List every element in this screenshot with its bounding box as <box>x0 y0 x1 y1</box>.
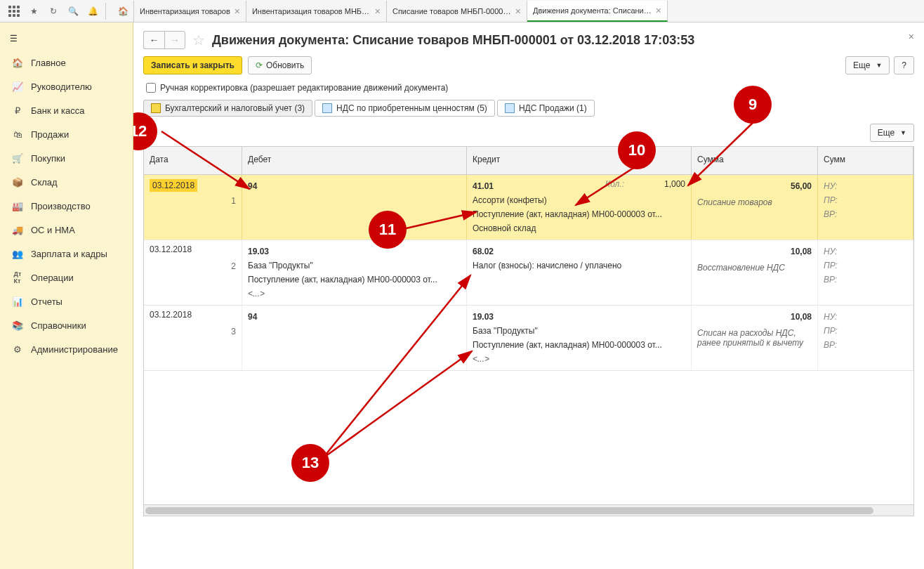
page-title: Движения документа: Списание товаров МНБ… <box>212 33 694 48</box>
sidebar-item-label: Производство <box>31 201 91 211</box>
credit-detail: Поступление (акт, накладная) МН00-000003… <box>473 338 685 352</box>
table-row[interactable]: 03.12.20181 94 Кол.: 1,000 41.01 Ассорти… <box>144 175 913 240</box>
save-close-button[interactable]: Записать и закрыть <box>143 56 242 74</box>
debit-detail: База "Продукты" <box>248 259 461 273</box>
tab-label: НДС Продажи (1) <box>519 103 587 113</box>
factory-icon: 🏭 <box>10 200 25 212</box>
button-label: Еще <box>853 60 870 70</box>
tab-item[interactable]: Инвентаризация товаров МНБП-000002 о...× <box>246 1 387 22</box>
sidebar-item-admin[interactable]: ⚙Администрирование <box>0 337 133 361</box>
credit-detail: База "Продукты" <box>473 324 685 338</box>
col-sum2[interactable]: Сумм <box>818 147 913 174</box>
tab-home[interactable]: 🏠 <box>113 1 134 22</box>
cell-date: 03.12.2018 <box>150 244 192 254</box>
flag: ВР: <box>824 273 907 287</box>
nav-back-button[interactable]: ← <box>143 31 164 49</box>
col-date[interactable]: Дата <box>144 147 242 174</box>
help-button[interactable]: ? <box>894 56 914 74</box>
button-label: Обновить <box>266 60 304 70</box>
more-button[interactable]: Еще▼ <box>845 56 890 74</box>
checkbox-label: Ручная корректировка (разрешает редактир… <box>160 83 448 93</box>
star-icon[interactable]: ★ <box>24 1 44 21</box>
credit-detail: Налог (взносы): начислено / уплачено <box>473 259 685 273</box>
flag: НУ: <box>824 244 907 259</box>
search-icon[interactable]: 🔍 <box>63 1 83 21</box>
refresh-button[interactable]: ⟳Обновить <box>248 56 312 74</box>
debit-account: 94 <box>248 179 461 193</box>
bell-icon[interactable]: 🔔 <box>83 1 103 21</box>
sidebar-item-salary[interactable]: 👥Зарплата и кадры <box>0 242 133 266</box>
col-credit[interactable]: Кредит <box>467 147 692 174</box>
horizontal-scrollbar[interactable] <box>144 504 913 516</box>
top-toolbar: ★ ↻ 🔍 🔔 🏠 Инвентаризация товаров× Инвент… <box>0 0 924 22</box>
sidebar-item-label: Зарплата и кадры <box>31 249 107 259</box>
row-num: 1 <box>231 196 236 206</box>
sidebar-item-manager[interactable]: 📈Руководителю <box>0 74 133 98</box>
table-row[interactable]: 03.12.20183 94 19.03 База "Продукты" Пос… <box>144 306 913 371</box>
tab-icon <box>505 103 515 113</box>
window-tabs: 🏠 Инвентаризация товаров× Инвентаризация… <box>113 1 920 22</box>
favorite-icon[interactable]: ☆ <box>192 32 205 48</box>
refresh-icon: ⟳ <box>256 60 263 70</box>
sidebar-item-main[interactable]: 🏠Главное <box>0 51 133 74</box>
tab-item[interactable]: Движения документа: Списание товаров...× <box>527 1 668 22</box>
debit-detail: Поступление (акт, накладная) МН00-000003… <box>248 273 461 287</box>
col-debit[interactable]: Дебет <box>242 147 467 174</box>
tab-icon <box>151 103 161 113</box>
sidebar-item-assets[interactable]: 🚚ОС и НМА <box>0 218 133 242</box>
box-icon: 📦 <box>10 176 25 188</box>
sidebar-item-label: Руководителю <box>31 81 92 92</box>
close-icon[interactable]: × <box>375 6 381 17</box>
chevron-down-icon: ▼ <box>900 129 906 136</box>
flag: ПР: <box>824 193 907 207</box>
sidebar-item-reports[interactable]: 📊Отчеты <box>0 289 133 313</box>
debit-account: 94 <box>248 310 461 324</box>
sidebar-item-operations[interactable]: ДтКтОперации <box>0 266 133 289</box>
close-page-button[interactable]: × <box>909 31 914 42</box>
col-sum[interactable]: Сумма <box>692 147 818 174</box>
table-row[interactable]: 03.12.20182 19.03 База "Продукты" Поступ… <box>144 240 913 306</box>
credit-account: 68.02 <box>473 244 685 259</box>
apps-icon[interactable] <box>4 1 24 21</box>
sidebar-item-sales[interactable]: 🛍Продажи <box>0 122 133 146</box>
tab-label: Бухгалтерский и налоговый учет (3) <box>165 103 305 113</box>
sidebar-item-warehouse[interactable]: 📦Склад <box>0 170 133 194</box>
history-icon[interactable]: ↻ <box>44 1 63 21</box>
flag: ПР: <box>824 259 907 273</box>
tab-nds-sales[interactable]: НДС Продажи (1) <box>497 100 595 117</box>
credit-detail: Основной склад <box>473 221 685 235</box>
tab-accounting[interactable]: Бухгалтерский и налоговый учет (3) <box>143 100 312 117</box>
chevron-down-icon: ▼ <box>876 62 882 69</box>
chart-line-icon: 📈 <box>10 80 25 93</box>
tab-item[interactable]: Инвентаризация товаров× <box>134 1 246 22</box>
sidebar-item-purchases[interactable]: 🛒Покупки <box>0 146 133 170</box>
credit-detail: <...> <box>473 352 685 366</box>
credit-detail: Ассорти (конфеты) <box>473 193 685 207</box>
cell-date: 03.12.2018 <box>150 179 197 192</box>
credit-account: 19.03 <box>473 310 685 324</box>
sidebar-item-catalogs[interactable]: 📚Справочники <box>0 313 133 337</box>
tab-item[interactable]: Списание товаров МНБП-000001 от 03.1...× <box>387 1 527 22</box>
sidebar-item-label: Справочники <box>31 320 86 331</box>
tab-label: Списание товаров МНБП-000001 от 03.1... <box>392 7 511 15</box>
sum-descr: Списание товаров <box>697 193 812 207</box>
close-icon[interactable]: × <box>235 6 240 17</box>
sidebar-item-production[interactable]: 🏭Производство <box>0 194 133 218</box>
sidebar-item-bank[interactable]: ₽Банк и касса <box>0 98 133 122</box>
bars-icon: 📊 <box>10 295 25 308</box>
sum-value: 10,08 <box>697 310 812 324</box>
home-icon: 🏠 <box>10 56 25 69</box>
sum-descr: Восстановление НДС <box>697 259 812 273</box>
nav-forward-button[interactable]: → <box>164 31 185 49</box>
manual-adjust-checkbox[interactable] <box>146 83 156 93</box>
grid-header: Дата Дебет Кредит Сумма Сумм <box>144 147 913 175</box>
people-icon: 👥 <box>10 247 25 260</box>
close-icon[interactable]: × <box>656 5 661 16</box>
tab-nds-incoming[interactable]: НДС по приобретенным ценностям (5) <box>315 100 495 117</box>
menu-icon[interactable]: ☰ <box>0 27 133 51</box>
grid-more-button[interactable]: Еще▼ <box>870 124 914 142</box>
sidebar-item-label: Банк и касса <box>31 105 85 116</box>
sidebar-item-label: Продажи <box>31 129 69 140</box>
sum-value: 56,00 <box>697 179 812 193</box>
close-icon[interactable]: × <box>515 6 521 17</box>
